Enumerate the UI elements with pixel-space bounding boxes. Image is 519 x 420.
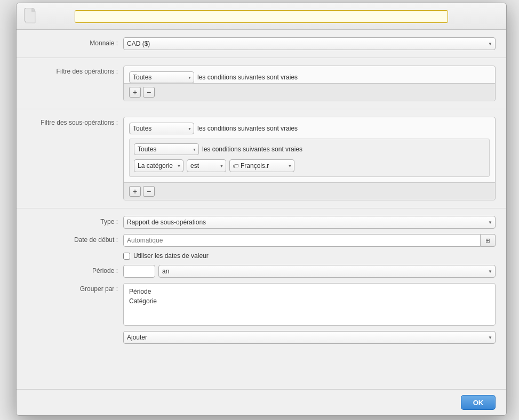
main-dialog: Mon test de rapport Monnaie : CAD ($) US… bbox=[16, 3, 507, 416]
outer-condition-text: les conditions suivantes sont vraies bbox=[197, 125, 298, 132]
filtre-operations-section: Filtre des opérations : Toutes N'importe… bbox=[17, 58, 506, 109]
remove-operation-filter-btn[interactable]: − bbox=[143, 87, 155, 98]
filtre-operations-outer: Toutes N'importe laquelle les conditions… bbox=[123, 66, 496, 101]
sous-ops-inner-condition-row: Toutes N'importe laquelle les conditions… bbox=[134, 143, 485, 155]
toutes-select-wrapper: Toutes N'importe laquelle bbox=[129, 71, 194, 83]
ajouter-select[interactable]: Ajouter Période Catégorie Compte bbox=[123, 331, 496, 344]
monnaie-control: CAD ($) USD ($) EUR (€) bbox=[123, 37, 496, 50]
grouper-item-categorie: Catégorie bbox=[127, 296, 492, 306]
periode-unit-select[interactable]: an mois semaine jour bbox=[158, 265, 496, 278]
monnaie-section: Monnaie : CAD ($) USD ($) EUR (€) bbox=[17, 30, 506, 58]
ajouter-row: Ajouter Période Catégorie Compte bbox=[27, 331, 496, 344]
date-debut-control: ⊞ bbox=[123, 234, 496, 247]
periode-number-input[interactable]: 1 bbox=[123, 265, 155, 278]
utiliser-dates-spacer bbox=[27, 252, 123, 254]
toutes-inner-select-wrapper: Toutes N'importe laquelle bbox=[134, 143, 199, 155]
filtre-operations-bar: + − bbox=[124, 83, 495, 101]
grouper-par-row: Grouper par : Période Catégorie bbox=[27, 283, 496, 326]
date-field-wrapper: ⊞ bbox=[123, 234, 496, 247]
utiliser-dates-row: Utiliser les dates de valeur bbox=[27, 252, 496, 260]
francois-select-wrapper: 🏷 François.r Autre catégorie bbox=[229, 159, 294, 172]
utiliser-dates-control: Utiliser les dates de valeur bbox=[123, 252, 496, 260]
monnaie-select-wrapper: CAD ($) USD ($) EUR (€) bbox=[123, 37, 496, 50]
francois-select[interactable]: François.r Autre catégorie bbox=[229, 159, 294, 172]
monnaie-row: Monnaie : CAD ($) USD ($) EUR (€) bbox=[27, 37, 496, 50]
add-operation-filter-btn[interactable]: + bbox=[129, 87, 141, 98]
monnaie-select[interactable]: CAD ($) USD ($) EUR (€) bbox=[123, 37, 496, 50]
grouper-list[interactable]: Période Catégorie bbox=[123, 283, 496, 326]
toutes-operations-select[interactable]: Toutes N'importe laquelle bbox=[129, 71, 194, 83]
grouper-par-control: Période Catégorie bbox=[123, 283, 496, 326]
filtre-sous-operations-section: Filtre des sous-opérations : Toutes N'im… bbox=[17, 109, 506, 208]
est-select[interactable]: est n'est pas contient bbox=[187, 159, 226, 172]
filtre-sous-operations-row: Filtre des sous-opérations : Toutes N'im… bbox=[27, 117, 496, 200]
filtre-sous-operations-bar: + − bbox=[124, 182, 495, 200]
document-icon bbox=[22, 7, 39, 26]
est-select-wrapper: est n'est pas contient bbox=[187, 159, 226, 172]
filtre-sous-operations-control: Toutes N'importe laquelle les conditions… bbox=[123, 117, 496, 200]
inner-filter-box: Toutes N'importe laquelle les conditions… bbox=[129, 139, 490, 177]
filtre-sous-operations-content: Toutes N'importe laquelle les conditions… bbox=[124, 117, 495, 177]
ajouter-select-wrapper: Ajouter Période Catégorie Compte bbox=[123, 331, 496, 344]
toutes-outer-select[interactable]: Toutes N'importe laquelle bbox=[129, 123, 194, 134]
filtre-sous-operations-outer: Toutes N'importe laquelle les conditions… bbox=[123, 117, 496, 200]
type-select[interactable]: Rapport de sous-opérations Rapport de tr… bbox=[123, 216, 496, 229]
filtre-operations-row: Filtre des opérations : Toutes N'importe… bbox=[27, 66, 496, 101]
calendar-button[interactable]: ⊞ bbox=[481, 234, 496, 247]
type-label: Type : bbox=[27, 216, 123, 225]
ajouter-control: Ajouter Période Catégorie Compte bbox=[123, 331, 496, 344]
report-title-input[interactable]: Mon test de rapport bbox=[75, 10, 448, 23]
periode-row: Période : 1 an mois semaine jour bbox=[27, 265, 496, 278]
filtre-operations-control: Toutes N'importe laquelle les conditions… bbox=[123, 66, 496, 101]
type-section: Type : Rapport de sous-opérations Rappor… bbox=[17, 208, 506, 351]
date-debut-row: Date de début : ⊞ bbox=[27, 234, 496, 247]
monnaie-label: Monnaie : bbox=[27, 37, 123, 47]
remove-sous-operation-filter-btn[interactable]: − bbox=[143, 186, 155, 197]
add-sous-operation-filter-btn[interactable]: + bbox=[129, 186, 141, 197]
periode-control: 1 an mois semaine jour bbox=[123, 265, 496, 278]
category-filter-row: La catégorie Le montant La date est bbox=[134, 159, 485, 172]
categorie-select[interactable]: La catégorie Le montant La date bbox=[134, 159, 183, 172]
toutes-outer-select-wrapper: Toutes N'importe laquelle bbox=[129, 123, 194, 134]
calendar-icon: ⊞ bbox=[485, 237, 490, 244]
tag-icon: 🏷 bbox=[233, 163, 238, 169]
utiliser-dates-checkbox[interactable] bbox=[123, 253, 130, 260]
periode-label: Période : bbox=[27, 265, 123, 274]
utiliser-dates-checkbox-row: Utiliser les dates de valeur bbox=[123, 252, 496, 260]
periode-unit-select-wrapper: an mois semaine jour bbox=[158, 265, 496, 278]
utiliser-dates-checkbox-label: Utiliser les dates de valeur bbox=[133, 252, 209, 260]
grouper-item-periode: Période bbox=[127, 287, 492, 296]
ajouter-spacer bbox=[27, 331, 123, 333]
date-debut-input[interactable] bbox=[123, 234, 481, 247]
toutes-inner-select[interactable]: Toutes N'importe laquelle bbox=[134, 143, 199, 155]
filtre-operations-condition-row: Toutes N'importe laquelle les conditions… bbox=[129, 71, 490, 83]
ok-button[interactable]: OK bbox=[461, 395, 496, 410]
type-control: Rapport de sous-opérations Rapport de tr… bbox=[123, 216, 496, 229]
date-debut-label: Date de début : bbox=[27, 234, 123, 244]
type-select-wrapper: Rapport de sous-opérations Rapport de tr… bbox=[123, 216, 496, 229]
periode-wrapper: 1 an mois semaine jour bbox=[123, 265, 496, 278]
filtre-operations-content: Toutes N'importe laquelle les conditions… bbox=[124, 66, 495, 83]
grouper-par-label: Grouper par : bbox=[27, 283, 123, 293]
condition-text-operations: les conditions suivantes sont vraies bbox=[197, 74, 298, 81]
type-row: Type : Rapport de sous-opérations Rappor… bbox=[27, 216, 496, 229]
dialog-footer: OK bbox=[17, 389, 506, 415]
dialog-titlebar: Mon test de rapport bbox=[17, 3, 506, 30]
inner-condition-text: les conditions suivantes sont vraies bbox=[202, 146, 302, 153]
filtre-sous-operations-label: Filtre des sous-opérations : bbox=[27, 117, 123, 126]
sous-ops-outer-condition-row: Toutes N'importe laquelle les conditions… bbox=[129, 123, 490, 134]
categorie-select-wrapper: La catégorie Le montant La date bbox=[134, 159, 183, 172]
dialog-body: Monnaie : CAD ($) USD ($) EUR (€) bbox=[17, 30, 506, 389]
filtre-operations-label: Filtre des opérations : bbox=[27, 66, 123, 75]
